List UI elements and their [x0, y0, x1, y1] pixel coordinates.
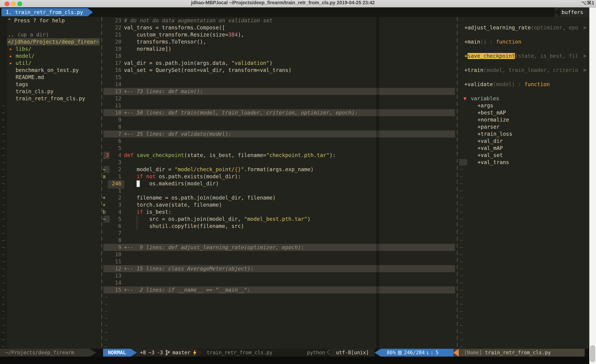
tag-entry: +train(model, train_loader, criterio: [464, 67, 578, 74]
tagbar-item-args[interactable]: +args: [0, 102, 589, 109]
empty-line-marker: ~: [0, 230, 589, 237]
git-branch-name: master: [172, 349, 190, 357]
variable-tag: +val_trans: [477, 159, 509, 166]
empty-line-marker: ~: [0, 279, 589, 286]
cursor: [137, 180, 140, 187]
tilde-icon: ~: [460, 329, 463, 336]
tag-name: validate: [468, 81, 493, 87]
tagbar-item-validate[interactable]: +validate(model) : function: [0, 81, 589, 88]
variable-tag: +train_loss: [477, 131, 512, 138]
position-colon: :: [430, 349, 433, 357]
tagbar-item-train_loss[interactable]: +train_loss: [0, 131, 589, 138]
variable-tag: +val_set: [477, 152, 503, 159]
tilde-icon: ~: [460, 315, 463, 322]
tagbar-statusline-file: train_retr_from_cls.py: [485, 350, 551, 356]
empty-line-marker: ~: [0, 237, 589, 244]
tilde-icon: ~: [460, 180, 463, 187]
tilde-icon: ~: [460, 265, 463, 272]
tagbar-item-save_checkpoint[interactable]: +save_checkpoint(state, is_best, fil>: [0, 52, 589, 59]
empty-line-marker: ~: [0, 173, 589, 180]
tilde-icon: ~: [460, 251, 463, 258]
statusline-position-segment: 86% 246/284 LN : 5: [381, 349, 453, 357]
tilde-icon: ~: [460, 237, 463, 244]
tilde-icon: ~: [460, 301, 463, 308]
powerline-arrow-icon: [453, 349, 459, 357]
tagbar-item-val_mAP[interactable]: +val_mAP: [0, 145, 589, 152]
powerline-arrow-icon: [375, 349, 381, 357]
statusline-filename: train_retr_from_cls.py: [207, 349, 272, 357]
statusline-encoding: utf-8[unix]: [330, 349, 375, 357]
tagbar-statusline-label: [Name]: [464, 350, 482, 356]
tagbar-item-val_trans[interactable]: +val_trans: [0, 159, 589, 166]
tagbar-item-train[interactable]: +train(model, train_loader, criterio>: [0, 67, 589, 74]
line-number-icon: LN: [427, 351, 428, 355]
tagbar-item-main[interactable]: +main() : function: [0, 38, 589, 45]
truncation-marker: >: [583, 24, 586, 31]
statusline: ~/Projects/deep_firearm NORMAL +8 ~3 -3 …: [0, 349, 589, 357]
git-branch-icon: [165, 350, 170, 356]
tag-name: train: [468, 67, 483, 73]
vim-tabline: 1. train_retr_from_cls.py buffers: [0, 7, 596, 17]
variable-tag: +normalize: [477, 116, 509, 123]
git-added-count: +8: [140, 349, 146, 357]
tilde-icon: ~: [460, 201, 463, 208]
truncation-marker: >: [583, 67, 586, 74]
git-modified-count: ~3: [149, 349, 155, 357]
tag-signature: (model, train_loader, criterio: [483, 67, 578, 73]
empty-line-marker: ~: [0, 208, 589, 216]
empty-line-marker: ~: [0, 272, 589, 279]
scrollbar-thumb[interactable]: [590, 345, 595, 362]
statusline-mode: NORMAL: [103, 349, 131, 357]
tag-entry: +main() : function: [464, 38, 521, 45]
variable-tag: +args: [477, 102, 493, 109]
tilde-icon: ~: [460, 223, 463, 230]
tag-kind-label: function: [524, 81, 550, 87]
tilde-icon: ~: [460, 216, 463, 223]
tagbar-item-best_mAP[interactable]: +best_mAP: [0, 109, 589, 116]
tag-section-header: variables: [471, 95, 499, 102]
tag-signature: (): [480, 39, 487, 45]
cursor-position: 246/284: [404, 349, 425, 357]
tilde-icon: ~: [460, 194, 463, 201]
statusline-git-segment: +8 ~3 -3 master: [131, 349, 196, 357]
tagbar-item-parser[interactable]: +parser: [0, 123, 589, 131]
tagbar-item-variables: ▼variables: [0, 95, 589, 102]
variable-tag: +best_mAP: [477, 109, 506, 116]
tag-name: main: [468, 39, 480, 45]
tag-name: save_checkpoint: [468, 53, 515, 59]
tagbar-blank: [0, 45, 589, 52]
empty-line-marker: ~: [0, 194, 589, 201]
tagbar-item-adjust_learning_rate[interactable]: +adjust_learning_rate(optimizer, epo>: [0, 24, 589, 31]
empty-line-marker: ~: [0, 180, 589, 187]
variable-tag: +val_mAP: [477, 145, 503, 152]
empty-line-marker: ~: [0, 322, 589, 329]
tag-entry: +save_checkpoint(state, is_best, fil: [464, 52, 578, 59]
empty-line-marker: ~: [0, 286, 589, 293]
tag-signature: (optimizer, epo: [531, 25, 578, 31]
tilde-icon: ~: [460, 187, 463, 194]
tag-entry: +validate(model) : function: [464, 81, 550, 88]
tag-plus: +: [464, 53, 468, 59]
tab-train-retr-from-cls[interactable]: 1. train_retr_from_cls.py: [1, 8, 93, 16]
empty-line-marker: ~: [0, 201, 589, 208]
scroll-percent: 86%: [387, 349, 396, 357]
window-shortcut-badge: ⌥⌘1: [581, 0, 594, 7]
tag-plus: +: [464, 67, 468, 73]
window-title: jdhao-MBP.local ~/Projects/deep_firearm/…: [0, 0, 566, 7]
buffers-segment[interactable]: buffers: [555, 7, 589, 17]
scrollbar-track[interactable]: [589, 7, 596, 364]
empty-line-marker: ~: [0, 329, 589, 336]
tagbar-item-normalize[interactable]: +normalize: [0, 116, 589, 123]
fold-open-icon: ▼: [463, 95, 467, 102]
command-line[interactable]: [0, 357, 596, 364]
tag-entry: +adjust_learning_rate(optimizer, epo: [464, 24, 578, 31]
empty-line-marker: ~: [0, 258, 589, 265]
powerline-arrow-icon: [196, 349, 202, 357]
empty-line-marker: ~: [0, 301, 589, 308]
tagbar-item-val_dir[interactable]: +val_dir: [0, 138, 589, 145]
tagbar-item-val_set[interactable]: +val_set: [0, 152, 589, 159]
empty-line-marker: ~: [0, 166, 589, 173]
truncation-marker: >: [583, 52, 586, 59]
tag-plus: +: [464, 25, 468, 31]
tag-kind-label: function: [496, 39, 521, 45]
